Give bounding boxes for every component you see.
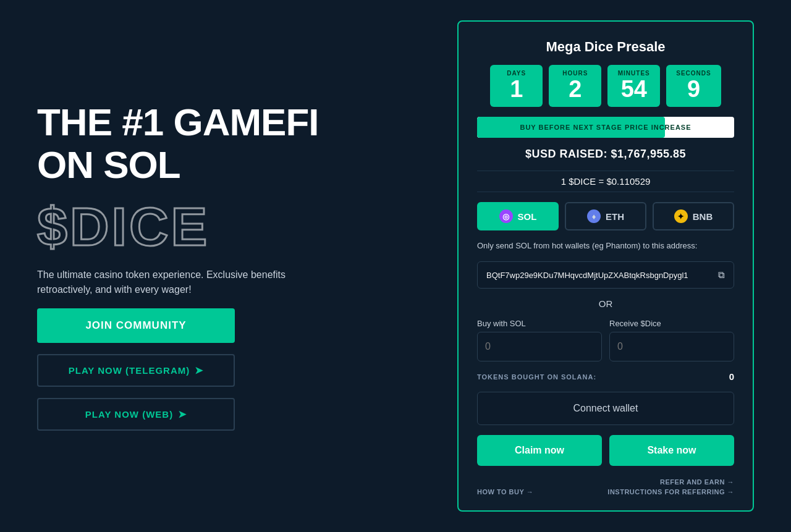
buy-sol-col: Buy with SOL (477, 319, 602, 361)
address-note: Only send SOL from hot wallets (eg Phant… (477, 240, 734, 251)
hours-label: HOURS (559, 70, 591, 77)
eth-icon: ♦ (587, 209, 601, 223)
buy-sol-input[interactable] (477, 332, 602, 361)
price-text: 1 $DICE = $0.110529 (477, 171, 734, 192)
minutes-value: 54 (617, 77, 650, 103)
bnb-tab[interactable]: ✦ BNB (653, 202, 734, 230)
countdown-days: DAYS 1 (490, 65, 543, 108)
bnb-icon: ✦ (674, 209, 688, 223)
buy-row: Buy with SOL Receive $Dice (477, 319, 734, 361)
presale-panel: Mega Dice Presale DAYS 1 HOURS 2 MINUTES… (457, 20, 754, 512)
bottom-links: HOW TO BUY → REFER AND EARN → INSTRUCTIO… (477, 478, 734, 496)
main-heading: THE #1 GAMEFI ON SOL (37, 101, 420, 185)
play-telegram-button[interactable]: PLAY NOW (TELEGRAM) ➤ (37, 354, 235, 387)
arrow-icon: ➤ (195, 365, 203, 376)
countdown-hours: HOURS 2 (549, 65, 601, 108)
progress-bar-label: BUY BEFORE NEXT STAGE PRICE INCREASE (520, 124, 691, 131)
countdown-seconds: SECONDS 9 (666, 65, 721, 108)
claim-button[interactable]: Claim now (477, 435, 602, 466)
bnb-label: BNB (693, 211, 713, 222)
tokens-bought-row: TOKENS BOUGHT ON SOLANA: 0 (477, 371, 734, 382)
days-label: DAYS (500, 70, 533, 77)
buy-sol-label: Buy with SOL (477, 319, 602, 328)
sol-tab[interactable]: ◎ SOL (477, 202, 559, 230)
currency-tabs: ◎ SOL ♦ ETH ✦ BNB (477, 202, 734, 230)
join-community-button[interactable]: JOIN COMMUNITY (37, 308, 235, 343)
play-telegram-label: PLAY NOW (TELEGRAM) (69, 365, 190, 376)
address-box: BQtF7wp29e9KDu7MHqvcdMjtUpZXABtqkRsbgnDp… (477, 261, 734, 289)
days-value: 1 (500, 77, 533, 103)
page-wrapper: THE #1 GAMEFI ON SOL $DICE The ultimate … (0, 0, 791, 532)
action-row: Claim now Stake now (477, 435, 734, 466)
dice-logo: $DICE (37, 200, 420, 254)
eth-tab[interactable]: ♦ ETH (565, 202, 646, 230)
receive-dice-input[interactable] (609, 332, 734, 361)
presale-title: Mega Dice Presale (477, 39, 734, 55)
receive-dice-label: Receive $Dice (609, 319, 734, 328)
eth-label: ETH (606, 211, 624, 222)
play-web-button[interactable]: PLAY NOW (WEB) ➤ (37, 398, 235, 431)
how-to-buy-link[interactable]: HOW TO BUY → (477, 488, 533, 496)
left-panel: THE #1 GAMEFI ON SOL $DICE The ultimate … (37, 101, 420, 430)
raised-value: $1,767,955.85 (611, 148, 686, 160)
progress-bar-container: BUY BEFORE NEXT STAGE PRICE INCREASE (477, 117, 734, 138)
subtitle: The ultimate casino token experience. Ex… (37, 268, 297, 297)
tokens-bought-label: TOKENS BOUGHT ON SOLANA: (477, 373, 596, 381)
receive-dice-col: Receive $Dice (609, 319, 734, 361)
sol-icon: ◎ (499, 209, 513, 223)
countdown-minutes: MINUTES 54 (607, 65, 660, 108)
refer-earn-link[interactable]: REFER AND EARN → (660, 478, 734, 486)
raised-label: $USD RAISED: (525, 148, 607, 160)
heading-line1: THE #1 GAMEFI (37, 101, 319, 143)
instructions-link[interactable]: INSTRUCTIONS FOR REFERRING → (607, 488, 734, 496)
bottom-right-links: REFER AND EARN → INSTRUCTIONS FOR REFERR… (607, 478, 734, 496)
play-web-label: PLAY NOW (WEB) (85, 409, 173, 420)
minutes-label: MINUTES (617, 70, 650, 77)
wallet-address: BQtF7wp29e9KDu7MHqvcdMjtUpZXABtqkRsbgnDp… (486, 271, 688, 280)
hours-value: 2 (559, 77, 591, 103)
sol-label: SOL (518, 211, 537, 222)
stake-button[interactable]: Stake now (609, 435, 734, 466)
connect-wallet-button[interactable]: Connect wallet (477, 392, 734, 425)
seconds-value: 9 (676, 77, 711, 103)
heading-line2: ON SOL (37, 143, 180, 186)
countdown: DAYS 1 HOURS 2 MINUTES 54 SECONDS 9 (477, 65, 734, 108)
copy-icon[interactable]: ⧉ (718, 269, 725, 281)
seconds-label: SECONDS (676, 70, 711, 77)
tokens-bought-value: 0 (729, 371, 734, 382)
arrow-icon-web: ➤ (178, 408, 187, 420)
or-divider: OR (477, 298, 734, 309)
raised-text: $USD RAISED: $1,767,955.85 (477, 148, 734, 161)
